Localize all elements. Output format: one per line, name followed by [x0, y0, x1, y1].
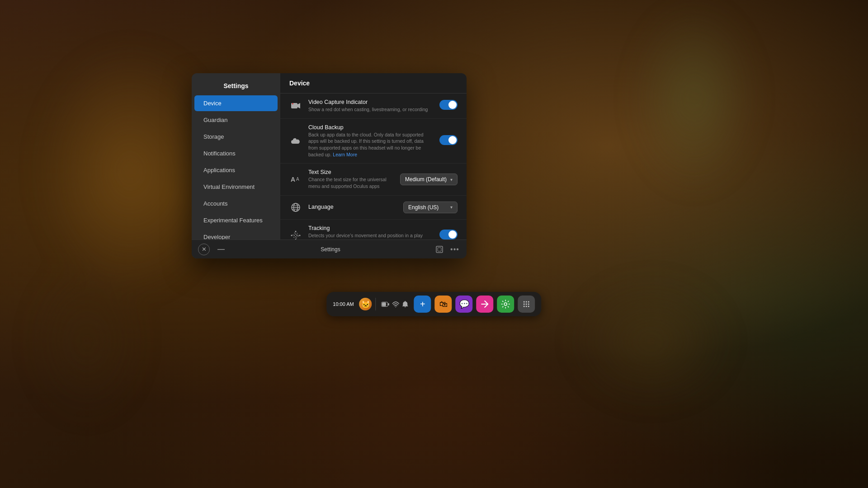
window-body: Settings Device Guardian Storage Notific… [192, 73, 467, 239]
app-grid-icon[interactable] [518, 296, 535, 313]
video-capture-toggle-control [439, 100, 458, 112]
language-value: English (US) [408, 204, 439, 211]
globe-icon [289, 201, 302, 214]
svg-point-30 [526, 306, 527, 307]
svg-point-24 [526, 301, 527, 303]
battery-icon [382, 302, 390, 307]
tracking-icon [289, 229, 302, 240]
svg-marker-1 [297, 103, 300, 108]
svg-point-14 [295, 231, 297, 232]
video-capture-info: Video Capture Indicator Show a red dot w… [308, 99, 433, 113]
system-taskbar: 10:00 AM 🐱 [326, 292, 541, 316]
main-content: Device Video Capture Indicator Show a re… [280, 73, 467, 239]
sidebar-item-storage[interactable]: Storage [194, 129, 278, 145]
text-size-dropdown[interactable]: Medium (Default) ▾ [400, 174, 458, 185]
svg-point-29 [524, 306, 525, 307]
setting-row-text-size: A A Text Size Chance the text size for t… [280, 164, 467, 195]
text-size-value: Medium (Default) [405, 176, 447, 183]
taskbar-time: 10:00 AM [333, 301, 354, 307]
more-options-button[interactable]: ••• [449, 244, 460, 255]
sidebar-item-accounts[interactable]: Accounts [194, 196, 278, 211]
video-capture-name: Video Capture Indicator [308, 99, 433, 105]
text-size-icon: A A [289, 173, 302, 186]
sidebar-item-notifications[interactable]: Notifications [194, 145, 278, 161]
svg-point-26 [524, 304, 525, 305]
sidebar-item-developer[interactable]: Developer [194, 229, 278, 239]
text-size-dropdown-arrow: ▾ [450, 177, 453, 182]
svg-point-25 [528, 301, 529, 303]
taskbar-status-icons [382, 300, 409, 308]
svg-point-22 [505, 303, 507, 305]
svg-text:A: A [291, 176, 295, 183]
sidebar: Settings Device Guardian Storage Notific… [192, 73, 280, 239]
footer-title: Settings [232, 246, 429, 253]
svg-point-27 [526, 304, 527, 305]
close-button[interactable]: ✕ [198, 244, 210, 255]
app-store-icon[interactable]: 🛍 [435, 296, 452, 313]
sidebar-item-applications[interactable]: Applications [194, 162, 278, 178]
notification-icon [402, 300, 409, 308]
wifi-icon [392, 301, 400, 307]
svg-point-13 [299, 235, 301, 236]
text-size-desc: Chance the text size for the universal m… [308, 176, 394, 189]
cloud-icon [289, 135, 302, 147]
cloud-backup-info: Cloud Backup Back up app data to the clo… [308, 124, 433, 158]
user-avatar[interactable]: 🐱 [359, 298, 372, 310]
cloud-backup-learn-more[interactable]: Learn More [333, 152, 357, 157]
svg-text:A: A [296, 177, 299, 182]
svg-rect-16 [436, 246, 443, 253]
minimize-button[interactable]: — [215, 244, 227, 255]
setting-row-tracking: Tracking Detects your device's movement … [280, 220, 467, 239]
sidebar-item-guardian[interactable]: Guardian [194, 112, 278, 128]
window-mode-button[interactable] [434, 244, 445, 255]
svg-rect-17 [438, 248, 441, 251]
content-body: Video Capture Indicator Show a red dot w… [280, 94, 467, 239]
app-plus-icon[interactable]: + [414, 296, 431, 313]
svg-point-21 [396, 306, 396, 307]
sidebar-item-virtual-environment[interactable]: Virtual Environment [194, 179, 278, 195]
cloud-backup-name: Cloud Backup [308, 124, 433, 131]
video-capture-desc: Show a red dot when casting, livestreami… [308, 106, 433, 113]
tracking-name: Tracking [308, 225, 433, 231]
language-dropdown-arrow: ▾ [450, 205, 453, 210]
svg-point-31 [528, 306, 529, 307]
svg-point-12 [291, 235, 292, 236]
footer-right: ••• [434, 244, 460, 255]
text-size-name: Text Size [308, 169, 394, 175]
tracking-toggle[interactable] [439, 230, 458, 239]
cloud-backup-toggle-control [439, 135, 458, 147]
svg-point-10 [294, 234, 297, 237]
svg-point-28 [528, 304, 529, 305]
text-size-info: Text Size Chance the text size for the u… [308, 169, 394, 189]
svg-point-11 [293, 233, 298, 238]
tracking-desc: Detects your device's movement and posit… [308, 232, 433, 239]
app-settings-icon[interactable] [497, 296, 514, 313]
setting-row-cloud-backup: Cloud Backup Back up app data to the clo… [280, 119, 467, 164]
window-footer: ✕ — Settings ••• [192, 239, 467, 258]
language-info: Language [308, 204, 397, 211]
camera-icon [289, 99, 302, 112]
setting-row-video-capture: Video Capture Indicator Show a red dot w… [280, 94, 467, 119]
svg-rect-20 [388, 303, 390, 305]
cloud-backup-desc: Back up app data to the cloud. Only data… [308, 131, 433, 158]
language-dropdown-control: English (US) ▾ [403, 202, 458, 213]
app-messenger-icon[interactable]: 💬 [456, 296, 473, 313]
taskbar-left: 10:00 AM 🐱 [333, 298, 376, 310]
cloud-backup-toggle[interactable] [439, 135, 458, 145]
app-share-icon[interactable] [476, 296, 494, 313]
sidebar-item-experimental-features[interactable]: Experimental Features [194, 212, 278, 228]
sidebar-title: Settings [192, 77, 280, 95]
settings-window: Settings Device Guardian Storage Notific… [192, 73, 467, 258]
language-name: Language [308, 204, 397, 210]
taskbar-apps: + 🛍 💬 [414, 296, 535, 313]
content-header: Device [280, 73, 467, 94]
svg-rect-19 [382, 302, 386, 306]
tracking-toggle-control [439, 230, 458, 240]
svg-point-2 [292, 103, 293, 104]
language-dropdown[interactable]: English (US) ▾ [403, 202, 458, 213]
text-size-dropdown-control: Medium (Default) ▾ [400, 174, 458, 185]
video-capture-toggle[interactable] [439, 100, 458, 110]
svg-point-23 [524, 301, 525, 303]
tracking-info: Tracking Detects your device's movement … [308, 225, 433, 239]
sidebar-item-device[interactable]: Device [194, 95, 278, 111]
